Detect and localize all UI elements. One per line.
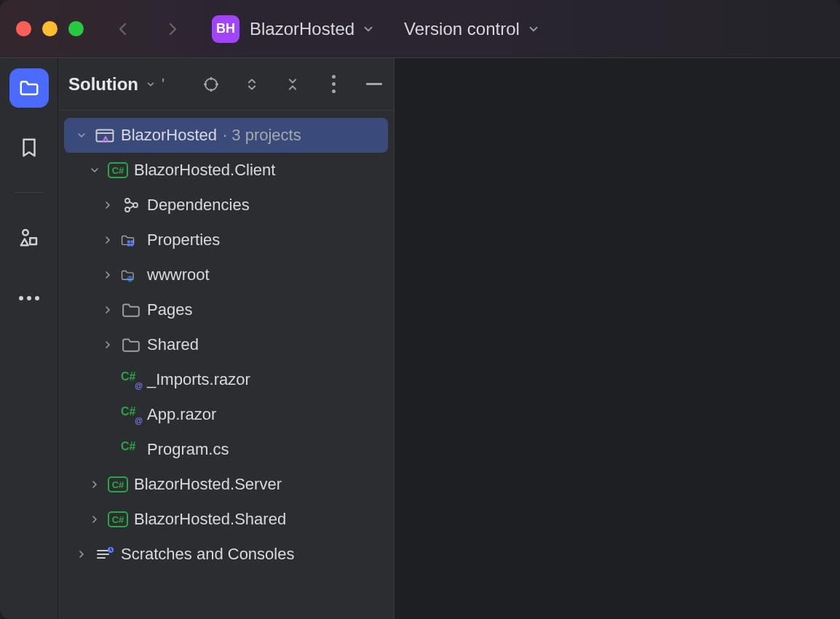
node-suffix: · 3 projects	[223, 126, 301, 145]
chevron-right-icon[interactable]	[87, 514, 102, 525]
title-bar: BH BlazorHosted Version control	[0, 0, 840, 58]
main-area: Solution '	[0, 58, 840, 619]
svg-rect-1	[30, 238, 36, 244]
csharp-project-icon: C#	[108, 509, 128, 530]
tree-node-project-server[interactable]: C# BlazorHosted.Server	[64, 467, 388, 502]
ellipsis-icon	[19, 296, 39, 300]
panel-view-dropdown[interactable]: Solution '	[68, 74, 165, 95]
chevron-down-icon[interactable]	[87, 164, 102, 176]
folder-icon	[121, 300, 141, 320]
expand-collapse-button[interactable]	[242, 75, 261, 94]
node-label: Pages	[147, 300, 192, 319]
locate-button[interactable]	[202, 75, 221, 94]
svg-rect-14	[131, 241, 134, 244]
panel-options-button[interactable]	[324, 75, 343, 94]
svg-point-0	[23, 230, 28, 236]
chevron-right-icon[interactable]	[100, 269, 115, 281]
chevron-right-icon[interactable]	[100, 234, 115, 246]
svg-marker-2	[20, 239, 28, 246]
folder-icon	[121, 335, 141, 355]
panel-indicator: '	[162, 75, 165, 94]
node-label: Scratches and Consoles	[121, 545, 294, 564]
node-label: BlazorHosted.Client	[134, 161, 275, 180]
tree-node-pages[interactable]: Pages	[64, 292, 388, 327]
tree-node-properties[interactable]: Properties	[64, 223, 388, 257]
svg-rect-16	[131, 244, 134, 247]
project-badge: BH	[212, 15, 239, 43]
csharp-project-icon: C#	[108, 474, 128, 495]
node-label: BlazorHosted	[121, 126, 217, 145]
node-label: wwwroot	[147, 265, 210, 284]
kebab-icon	[332, 75, 336, 93]
chevron-right-icon[interactable]	[74, 548, 89, 560]
more-tools-button[interactable]	[9, 277, 49, 316]
project-dropdown[interactable]: BlazorHosted	[250, 19, 375, 39]
vcs-dropdown[interactable]: Version control	[404, 19, 540, 39]
explorer-tool-button[interactable]	[9, 68, 49, 108]
csharp-project-icon: C#	[108, 160, 128, 180]
wwwroot-folder-icon	[121, 265, 141, 285]
svg-point-11	[125, 207, 130, 212]
collapse-all-button[interactable]	[283, 75, 302, 94]
solution-tree[interactable]: BlazorHosted · 3 projects C# BlazorHoste…	[58, 111, 394, 579]
tree-node-shared-folder[interactable]: Shared	[64, 327, 388, 362]
chevron-right-icon[interactable]	[87, 479, 102, 490]
svg-point-10	[125, 199, 130, 203]
editor-area	[395, 58, 840, 619]
tree-node-file-program[interactable]: C# Program.cs	[64, 432, 388, 467]
separator	[15, 192, 44, 193]
chevron-down-icon	[146, 75, 156, 94]
properties-folder-icon	[121, 230, 141, 250]
chevron-right-icon[interactable]	[100, 199, 115, 211]
svg-point-12	[133, 203, 138, 207]
panel-title: Solution	[68, 74, 138, 95]
window-controls	[16, 21, 84, 36]
chevron-down-icon	[527, 23, 540, 36]
razor-file-icon: C#@	[121, 404, 141, 425]
tree-node-scratches[interactable]: Scratches and Consoles	[64, 537, 388, 572]
left-icon-bar	[0, 58, 58, 619]
svg-rect-15	[127, 244, 130, 247]
node-label: BlazorHosted.Server	[134, 475, 282, 494]
project-name: BlazorHosted	[250, 19, 354, 39]
tree-node-solution[interactable]: BlazorHosted · 3 projects	[64, 118, 388, 153]
minimize-window-button[interactable]	[42, 21, 58, 36]
maximize-window-button[interactable]	[68, 21, 84, 36]
minimize-panel-button[interactable]	[365, 75, 384, 94]
razor-file-icon: C#@	[121, 370, 141, 390]
node-label: App.razor	[147, 405, 216, 424]
nav-back-button[interactable]	[113, 19, 133, 39]
svg-point-3	[205, 79, 217, 90]
node-label: Properties	[147, 231, 220, 249]
chevron-down-icon	[362, 23, 375, 36]
solution-panel: Solution '	[58, 58, 395, 619]
dependencies-icon	[121, 195, 141, 215]
close-window-button[interactable]	[16, 21, 31, 36]
tree-node-file-app[interactable]: C#@ App.razor	[64, 397, 388, 432]
tree-node-file-imports[interactable]: C#@ _Imports.razor	[64, 362, 388, 397]
scratches-icon	[95, 544, 115, 564]
vcs-label: Version control	[404, 19, 520, 39]
minimize-icon	[366, 83, 382, 85]
nav-arrows	[113, 19, 183, 39]
csharp-file-icon: C#	[121, 439, 141, 460]
structure-tool-button[interactable]	[9, 217, 49, 257]
nav-forward-button[interactable]	[162, 19, 183, 39]
tree-node-dependencies[interactable]: Dependencies	[64, 188, 388, 223]
chevron-right-icon[interactable]	[100, 339, 115, 351]
chevron-down-icon[interactable]	[74, 129, 89, 141]
tree-node-project-client[interactable]: C# BlazorHosted.Client	[64, 153, 388, 188]
chevron-right-icon[interactable]	[100, 304, 115, 316]
bookmarks-tool-button[interactable]	[9, 128, 49, 167]
svg-rect-13	[127, 241, 130, 244]
node-label: Program.cs	[147, 440, 229, 459]
node-label: Dependencies	[147, 196, 250, 215]
tree-node-project-shared[interactable]: C# BlazorHosted.Shared	[64, 502, 388, 537]
panel-header: Solution '	[58, 58, 394, 111]
node-label: Shared	[147, 335, 199, 354]
node-label: BlazorHosted.Shared	[134, 510, 286, 529]
node-label: _Imports.razor	[147, 370, 250, 389]
tree-node-wwwroot[interactable]: wwwroot	[64, 257, 388, 292]
solution-icon	[95, 125, 115, 145]
